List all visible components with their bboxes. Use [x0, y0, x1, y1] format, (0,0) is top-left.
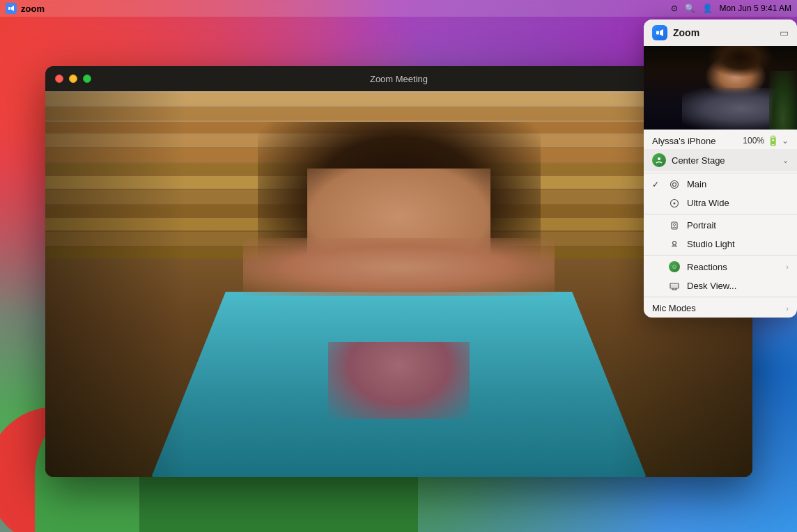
search-icon: 🔍 — [685, 3, 695, 13]
reactions-icon: ☺ — [669, 261, 680, 272]
device-name: Alyssa's iPhone — [652, 136, 715, 146]
zoom-logo-badge — [652, 25, 667, 40]
check-icon: ✓ — [652, 180, 662, 189]
center-stage-left: Center Stage — [652, 153, 725, 167]
thumbnail-video — [644, 46, 797, 130]
zoom-menu-icon — [6, 3, 17, 14]
menu-item-desk-view[interactable]: ✓ Desk View... — [644, 276, 797, 295]
mic-modes-chevron-icon: › — [786, 304, 789, 313]
main-camera-icon — [669, 180, 680, 189]
svg-point-10 — [674, 224, 676, 226]
menubar-right: ⊙ 🔍 👤 Mon Jun 5 9:41 AM — [671, 3, 791, 13]
center-stage-chevron: ⌄ — [782, 156, 789, 165]
panel-app-name: Zoom — [673, 27, 699, 38]
panel-header: Zoom ▭ — [644, 19, 797, 46]
menu-reactions-label: Reactions — [687, 262, 779, 272]
wifi-icon: ⊙ — [671, 3, 678, 13]
mic-modes-row[interactable]: Mic Modes › — [644, 299, 797, 318]
menu-ultra-wide-label: Ultra Wide — [687, 198, 789, 208]
menu-item-portrait[interactable]: ✓ Portrait — [644, 216, 797, 235]
menu-divider-2 — [644, 214, 797, 214]
svg-point-11 — [673, 241, 676, 244]
screen-icon: ▭ — [780, 27, 789, 38]
menu-desk-view-label: Desk View... — [687, 281, 789, 291]
svg-rect-2 — [656, 31, 659, 35]
menu-divider-3 — [644, 255, 797, 256]
no-check-icon: ✓ — [652, 198, 662, 208]
no-check-2: ✓ — [652, 221, 662, 230]
menu-main-label: Main — [687, 179, 789, 189]
device-row: Alyssa's iPhone 100% 🔋 ⌄ — [644, 130, 797, 149]
thumb-plant — [769, 71, 797, 130]
svg-point-8 — [674, 202, 676, 204]
menu-divider-1 — [644, 173, 797, 173]
window-minimize-button[interactable] — [69, 75, 77, 83]
menubar: zoom ⊙ 🔍 👤 Mon Jun 5 9:41 AM — [0, 0, 797, 17]
svg-rect-0 — [8, 7, 10, 10]
svg-marker-1 — [11, 6, 14, 11]
menu-item-ultra-wide[interactable]: ✓ Ultra Wide — [644, 194, 797, 212]
svg-point-4 — [658, 157, 660, 160]
user-icon: 👤 — [702, 3, 713, 13]
menu-divider-4 — [644, 297, 797, 297]
no-check-3: ✓ — [652, 240, 662, 249]
window-maximize-button[interactable] — [83, 75, 91, 83]
svg-marker-3 — [660, 29, 663, 36]
menu-studio-light-label: Studio Light — [687, 239, 789, 249]
no-check-4: ✓ — [652, 262, 662, 272]
menu-item-studio-light[interactable]: ✓ Studio Light — [644, 235, 797, 253]
svg-rect-13 — [671, 284, 678, 287]
window-title: Zoom Meeting — [370, 74, 428, 84]
battery-icon: 🔋 — [767, 135, 779, 146]
ultra-wide-icon — [669, 198, 680, 208]
no-check-5: ✓ — [652, 281, 662, 291]
zoom-notification-panel: Zoom ▭ Alyssa's iPhone 100% 🔋 ⌄ — [644, 19, 797, 318]
desk-view-icon — [669, 281, 680, 291]
window-close-button[interactable] — [55, 75, 63, 83]
center-stage-icon — [652, 153, 666, 167]
panel-header-left: Zoom — [652, 25, 699, 40]
menu-portrait-label: Portrait — [687, 220, 789, 230]
thumb-person-hair — [690, 46, 782, 84]
center-stage-row[interactable]: Center Stage ⌄ — [644, 149, 797, 171]
reactions-chevron-icon: › — [786, 263, 789, 271]
mic-modes-label: Mic Modes — [652, 303, 696, 313]
portrait-icon — [669, 221, 680, 230]
menu-item-main[interactable]: ✓ Main — [644, 175, 797, 194]
battery-percent: 100% — [743, 136, 764, 146]
device-chevron-icon[interactable]: ⌄ — [782, 136, 789, 146]
menubar-app-name: zoom — [21, 3, 45, 14]
menu-item-reactions[interactable]: ✓ ☺ Reactions › — [644, 257, 797, 276]
studio-light-icon — [669, 240, 680, 249]
svg-point-5 — [671, 180, 679, 188]
battery-area: 100% 🔋 ⌄ — [743, 135, 789, 146]
window-controls — [55, 75, 91, 83]
menubar-left: zoom — [6, 3, 45, 14]
center-stage-label: Center Stage — [672, 155, 725, 166]
svg-point-6 — [673, 182, 676, 186]
menubar-time: Mon Jun 5 9:41 AM — [720, 3, 791, 13]
